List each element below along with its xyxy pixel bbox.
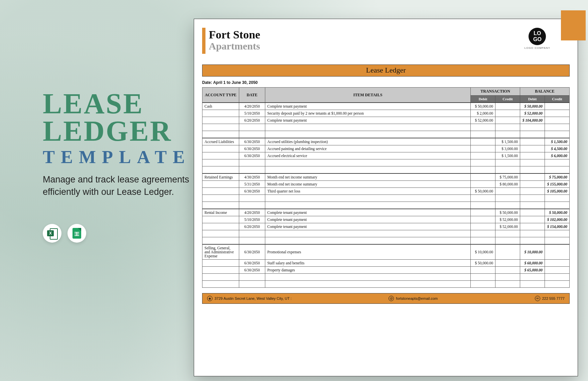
cell [545,230,570,237]
cell [520,202,545,209]
cell: $ 65,000.00 [520,267,545,274]
cell [239,281,265,288]
cell: $ 104,000.00 [520,117,545,124]
cell [202,216,239,223]
cell [202,110,239,117]
ledger-table: ACCOUNT TYPE DATE ITEM DETAILS TRANSACTI… [202,87,570,288]
cell [471,237,495,245]
table-row-spacer [202,166,570,174]
cell [520,274,545,281]
cell: $ 1,500.00 [495,152,520,159]
cell: Staff salary and benefits [265,260,471,267]
cell: $ 52,000.00 [495,216,520,223]
table-row: Selling, General, and Administrative Exp… [202,244,570,260]
cell [471,159,495,166]
excel-badge[interactable] [43,224,61,243]
table-row: 6/20/2050Complete tenant payment$ 52,000… [202,223,570,230]
cell [239,131,265,138]
promo-tagline: Manage and track lease agreements effici… [43,173,196,198]
cell: Accrued utilities (plumbing inspection) [265,138,471,145]
table-row-spacer [202,195,570,202]
col-date: DATE [239,88,265,103]
table-row: 5/10/2050Complete tenant payment$ 52,000… [202,216,570,223]
cell [495,131,520,138]
table-row-spacer [202,124,570,131]
cell: $ 52,000.00 [520,110,545,117]
cell [520,216,545,223]
col-trans-debit: Debit [471,96,495,103]
cell [520,209,545,216]
table-row: Accrued Liabilities6/30/2050Accrued util… [202,138,570,145]
cell [520,195,545,202]
cell [545,260,570,267]
cell [471,223,495,230]
cell: 6/30/2050 [239,145,265,152]
cell [520,145,545,152]
cell: $ 105,000.00 [545,188,570,195]
cell [239,274,265,281]
date-range: Date: April 1 to June 30, 2050 [202,81,570,85]
cell [239,195,265,202]
cell: Complete tenant payment [265,103,471,110]
cell [471,195,495,202]
cell: 5/10/2050 [239,110,265,117]
cell [545,103,570,110]
cell [265,281,471,288]
promo-title-line3: TEMPLATE [43,147,196,167]
cell [265,166,471,174]
google-sheets-badge[interactable] [67,224,86,243]
cell: $ 102,000.00 [545,216,570,223]
cell: 6/30/2050 [239,244,265,260]
table-row: 6/20/2050Complete tenant payment$ 52,000… [202,117,570,124]
cell: Month end net income summary [265,173,471,181]
cell: Complete tenant payment [265,117,471,124]
cell [202,188,239,195]
cell [520,223,545,230]
cell [495,267,520,274]
cell [265,195,471,202]
cell: $ 155,000.00 [545,181,570,188]
cell: Property damages [265,267,471,274]
cell: $ 50,000.00 [495,209,520,216]
doc-banner: Lease Ledger [202,65,570,77]
cell: $ 4,500.00 [545,145,570,152]
cell [202,117,239,124]
cell [202,195,239,202]
company-title: Fort Stone Apartments [202,28,260,54]
cell: $ 75,000.00 [545,173,570,181]
cell: $ 10,000.00 [520,244,545,260]
cell: Cash [202,103,239,110]
cell [239,202,265,209]
cell [202,166,239,174]
cell [265,159,471,166]
cell [520,159,545,166]
cell [471,230,495,237]
cell [202,274,239,281]
cell [239,124,265,131]
cell: Month end net income summary [265,181,471,188]
table-row: 6/30/2050Accrued painting and detailing … [202,145,570,152]
cell: $ 10,000.00 [471,244,495,260]
cell [520,181,545,188]
cell [520,230,545,237]
footer-phone-text: 222 555 7777 [542,296,565,300]
cell [471,274,495,281]
table-row: 6/30/2050Accrued electrical service$ 1,5… [202,152,570,159]
col-trans-credit: Credit [495,96,520,103]
cell: 6/30/2050 [239,260,265,267]
app-badges [43,224,86,243]
cell [471,181,495,188]
doc-footer: ◉ 3729 Austin Secret Lane, West Valley C… [202,293,570,304]
cell [471,145,495,152]
cell [495,159,520,166]
cell: $ 75,000.00 [495,173,520,181]
table-row: 6/30/2050Property damages$ 65,000.00 [202,267,570,274]
cell [545,131,570,138]
cell: 4/20/2050 [239,103,265,110]
page-canvas: LEASE LEDGER TEMPLATE Manage and track l… [0,0,588,381]
cell [545,110,570,117]
table-row: 6/30/2050Staff salary and benefits$ 50,0… [202,260,570,267]
footer-address: ◉ 3729 Austin Secret Lane, West Valley C… [207,296,292,301]
table-row-spacer [202,131,570,138]
col-trans: TRANSACTION [471,88,520,96]
